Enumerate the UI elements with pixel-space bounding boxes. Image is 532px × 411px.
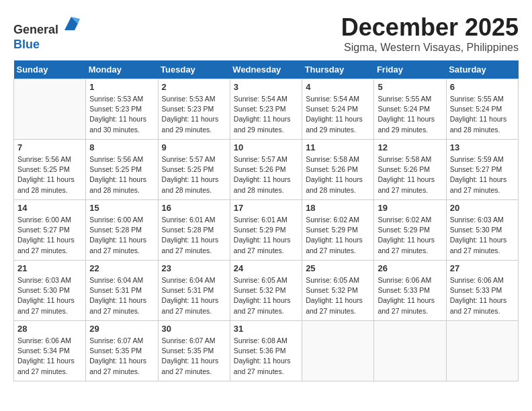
day-info: Sunrise: 5:56 AMSunset: 5:25 PMDaylight:… [17,154,82,195]
header-cell-tuesday: Tuesday [158,60,230,79]
header-cell-wednesday: Wednesday [230,60,302,79]
day-info: Sunrise: 5:57 AMSunset: 5:25 PMDaylight:… [162,154,226,195]
day-info: Sunrise: 5:55 AMSunset: 5:24 PMDaylight:… [378,94,442,135]
day-cell: 26Sunrise: 6:06 AMSunset: 5:33 PMDayligh… [374,261,446,321]
day-cell: 5Sunrise: 5:55 AMSunset: 5:24 PMDaylight… [374,79,446,140]
page-header: General Blue December 2025 Sigma, Wester… [13,13,519,54]
day-cell: 15Sunrise: 6:00 AMSunset: 5:28 PMDayligh… [86,200,158,261]
day-info: Sunrise: 6:03 AMSunset: 5:30 PMDaylight:… [17,275,82,316]
day-number: 13 [450,142,515,152]
day-number: 3 [234,82,298,92]
day-cell: 2Sunrise: 5:53 AMSunset: 5:23 PMDaylight… [158,79,230,140]
day-number: 26 [378,263,442,273]
day-cell [446,321,518,381]
day-cell: 27Sunrise: 6:06 AMSunset: 5:33 PMDayligh… [446,261,518,321]
day-cell: 19Sunrise: 6:02 AMSunset: 5:29 PMDayligh… [374,200,446,261]
day-info: Sunrise: 5:58 AMSunset: 5:26 PMDaylight:… [306,154,370,195]
day-info: Sunrise: 6:06 AMSunset: 5:34 PMDaylight:… [17,336,82,377]
day-cell: 28Sunrise: 6:06 AMSunset: 5:34 PMDayligh… [14,321,86,381]
day-number: 10 [234,142,298,152]
day-cell: 7Sunrise: 5:56 AMSunset: 5:25 PMDaylight… [14,140,86,200]
day-info: Sunrise: 6:02 AMSunset: 5:29 PMDaylight:… [306,215,370,256]
day-info: Sunrise: 6:06 AMSunset: 5:33 PMDaylight:… [378,275,442,316]
title-block: December 2025 Sigma, Western Visayas, Ph… [341,13,519,54]
day-cell: 21Sunrise: 6:03 AMSunset: 5:30 PMDayligh… [14,261,86,321]
header-cell-sunday: Sunday [14,60,86,79]
logo-general: General [13,23,58,36]
day-number: 18 [306,203,370,213]
day-info: Sunrise: 6:00 AMSunset: 5:27 PMDaylight:… [17,215,82,256]
day-cell: 9Sunrise: 5:57 AMSunset: 5:25 PMDaylight… [158,140,230,200]
calendar-table: SundayMondayTuesdayWednesdayThursdayFrid… [13,60,519,381]
day-info: Sunrise: 6:04 AMSunset: 5:31 PMDaylight:… [162,275,226,316]
week-row-4: 21Sunrise: 6:03 AMSunset: 5:30 PMDayligh… [14,261,519,321]
day-number: 12 [378,142,442,152]
day-cell: 29Sunrise: 6:07 AMSunset: 5:35 PMDayligh… [86,321,158,381]
day-cell: 12Sunrise: 5:58 AMSunset: 5:26 PMDayligh… [374,140,446,200]
header-cell-saturday: Saturday [446,60,518,79]
day-number: 1 [89,82,154,92]
location: Sigma, Western Visayas, Philippines [341,42,519,54]
day-info: Sunrise: 6:03 AMSunset: 5:30 PMDaylight:… [450,215,515,256]
day-number: 16 [162,203,226,213]
header-row: SundayMondayTuesdayWednesdayThursdayFrid… [14,60,519,79]
week-row-1: 1Sunrise: 5:53 AMSunset: 5:23 PMDaylight… [14,79,519,140]
calendar-body: 1Sunrise: 5:53 AMSunset: 5:23 PMDaylight… [14,79,519,381]
day-info: Sunrise: 5:58 AMSunset: 5:26 PMDaylight:… [378,154,442,195]
header-cell-friday: Friday [374,60,446,79]
day-number: 7 [17,142,82,152]
day-number: 6 [450,82,515,92]
calendar-header: SundayMondayTuesdayWednesdayThursdayFrid… [14,60,519,79]
day-info: Sunrise: 6:05 AMSunset: 5:32 PMDaylight:… [234,275,298,316]
day-number: 9 [162,142,226,152]
day-number: 14 [17,203,82,213]
day-info: Sunrise: 6:01 AMSunset: 5:29 PMDaylight:… [234,215,298,256]
day-cell: 30Sunrise: 6:07 AMSunset: 5:35 PMDayligh… [158,321,230,381]
day-cell: 18Sunrise: 6:02 AMSunset: 5:29 PMDayligh… [302,200,374,261]
week-row-5: 28Sunrise: 6:06 AMSunset: 5:34 PMDayligh… [14,321,519,381]
day-number: 11 [306,142,370,152]
day-info: Sunrise: 6:02 AMSunset: 5:29 PMDaylight:… [378,215,442,256]
day-info: Sunrise: 6:07 AMSunset: 5:35 PMDaylight:… [162,336,226,377]
day-info: Sunrise: 5:53 AMSunset: 5:23 PMDaylight:… [162,94,226,135]
day-number: 8 [89,142,154,152]
week-row-2: 7Sunrise: 5:56 AMSunset: 5:25 PMDaylight… [14,140,519,200]
day-cell: 16Sunrise: 6:01 AMSunset: 5:28 PMDayligh… [158,200,230,261]
day-cell: 23Sunrise: 6:04 AMSunset: 5:31 PMDayligh… [158,261,230,321]
week-row-3: 14Sunrise: 6:00 AMSunset: 5:27 PMDayligh… [14,200,519,261]
header-cell-monday: Monday [86,60,158,79]
day-number: 5 [378,82,442,92]
day-number: 24 [234,263,298,273]
day-info: Sunrise: 6:04 AMSunset: 5:31 PMDaylight:… [89,275,154,316]
day-cell: 25Sunrise: 6:05 AMSunset: 5:32 PMDayligh… [302,261,374,321]
day-info: Sunrise: 6:01 AMSunset: 5:28 PMDaylight:… [162,215,226,256]
day-info: Sunrise: 5:55 AMSunset: 5:24 PMDaylight:… [450,94,515,135]
day-cell: 3Sunrise: 5:54 AMSunset: 5:23 PMDaylight… [230,79,302,140]
day-info: Sunrise: 5:54 AMSunset: 5:23 PMDaylight:… [234,94,298,135]
day-cell: 6Sunrise: 5:55 AMSunset: 5:24 PMDaylight… [446,79,518,140]
day-number: 30 [162,324,226,334]
day-number: 29 [89,324,154,334]
day-cell [14,79,86,140]
day-number: 19 [378,203,442,213]
day-number: 28 [17,324,82,334]
day-cell: 1Sunrise: 5:53 AMSunset: 5:23 PMDaylight… [86,79,158,140]
day-cell: 24Sunrise: 6:05 AMSunset: 5:32 PMDayligh… [230,261,302,321]
day-number: 4 [306,82,370,92]
day-cell: 14Sunrise: 6:00 AMSunset: 5:27 PMDayligh… [14,200,86,261]
day-cell: 17Sunrise: 6:01 AMSunset: 5:29 PMDayligh… [230,200,302,261]
day-cell: 13Sunrise: 5:59 AMSunset: 5:27 PMDayligh… [446,140,518,200]
day-cell: 11Sunrise: 5:58 AMSunset: 5:26 PMDayligh… [302,140,374,200]
day-number: 22 [89,263,154,273]
logo: General Blue [13,13,81,52]
day-cell [302,321,374,381]
day-number: 23 [162,263,226,273]
day-info: Sunrise: 5:57 AMSunset: 5:26 PMDaylight:… [234,154,298,195]
day-number: 27 [450,263,515,273]
day-number: 17 [234,203,298,213]
day-info: Sunrise: 6:08 AMSunset: 5:36 PMDaylight:… [234,336,298,377]
day-cell [374,321,446,381]
day-info: Sunrise: 5:54 AMSunset: 5:24 PMDaylight:… [306,94,370,135]
day-cell: 22Sunrise: 6:04 AMSunset: 5:31 PMDayligh… [86,261,158,321]
day-info: Sunrise: 6:06 AMSunset: 5:33 PMDaylight:… [450,275,515,316]
